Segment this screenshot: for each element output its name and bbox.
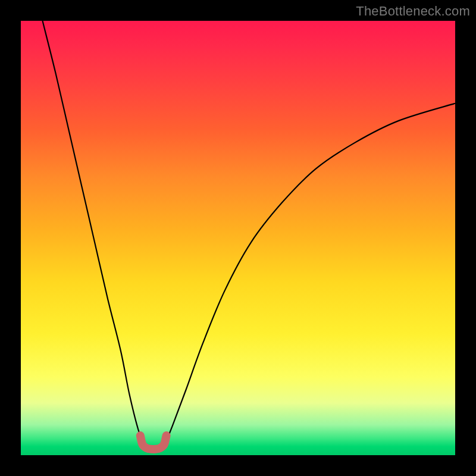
curve-layer <box>21 21 455 455</box>
bottleneck-curve-left <box>43 21 145 446</box>
bottleneck-curve-right <box>164 104 455 447</box>
plot-area <box>21 21 455 455</box>
chart-frame: TheBottleneck.com <box>0 0 476 476</box>
optimal-zone-marker <box>140 436 167 449</box>
watermark-text: TheBottleneck.com <box>356 4 470 19</box>
